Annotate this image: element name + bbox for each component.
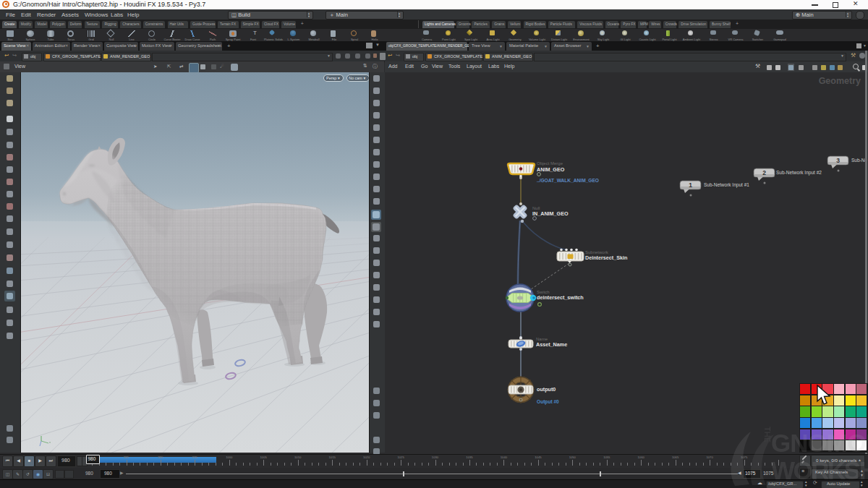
svg-text:2: 2 (762, 169, 766, 176)
svg-text:ANIM_GEO: ANIM_GEO (537, 166, 565, 173)
svg-text:Output #0: Output #0 (537, 399, 559, 405)
svg-text:Deintersect_Skin: Deintersect_Skin (585, 254, 627, 261)
svg-text:x: x (49, 440, 51, 444)
svg-text:1: 1 (689, 181, 692, 189)
svg-text:Object Merge: Object Merge (537, 161, 563, 166)
svg-text:3: 3 (836, 157, 840, 164)
svg-text:Asset_Name: Asset_Name (536, 341, 567, 348)
svg-text:Sub-Network Input #1: Sub-Network Input #1 (704, 182, 749, 188)
svg-text:IN_ANIM_GEO: IN_ANIM_GEO (532, 210, 569, 217)
svg-text:../GOAT_WALK_ANIM_GEO: ../GOAT_WALK_ANIM_GEO (537, 178, 599, 183)
svg-text:Sub-Network Input #2: Sub-Network Input #2 (776, 170, 822, 176)
svg-text:deintersect_switch: deintersect_switch (537, 294, 584, 301)
svg-text:output0: output0 (537, 386, 556, 393)
